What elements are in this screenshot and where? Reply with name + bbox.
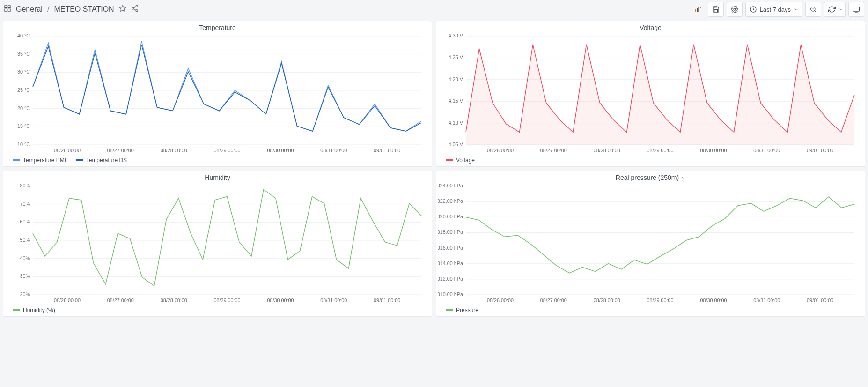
tv-mode-button[interactable] xyxy=(848,2,864,17)
time-range-label: Last 7 days xyxy=(760,6,791,13)
legend-swatch xyxy=(13,159,20,161)
breadcrumb-sep: / xyxy=(47,5,49,14)
panel-title-label: Temperature xyxy=(199,24,236,31)
svg-text:08/28 00:00: 08/28 00:00 xyxy=(161,148,187,153)
legend-voltage: Voltage xyxy=(436,155,865,166)
svg-text:4.30 V: 4.30 V xyxy=(449,33,463,38)
svg-text:09/01 00:00: 09/01 00:00 xyxy=(807,298,833,303)
svg-text:80%: 80% xyxy=(20,183,30,188)
svg-text:08/31 00:00: 08/31 00:00 xyxy=(753,298,780,303)
add-panel-button[interactable]: + xyxy=(690,2,705,17)
svg-text:15 °C: 15 °C xyxy=(17,123,30,129)
svg-text:+: + xyxy=(699,6,701,10)
svg-rect-12 xyxy=(698,7,699,12)
svg-text:30%: 30% xyxy=(20,273,30,279)
svg-line-17 xyxy=(815,11,816,12)
svg-text:20 °C: 20 °C xyxy=(17,105,30,111)
star-icon[interactable] xyxy=(119,5,126,14)
svg-text:08/29 00:00: 08/29 00:00 xyxy=(647,298,674,303)
svg-rect-3 xyxy=(8,9,10,11)
page-title[interactable]: METEO STATION xyxy=(54,5,114,14)
svg-text:35 °C: 35 °C xyxy=(17,51,30,57)
legend-item[interactable]: Temperature DS xyxy=(76,157,127,164)
svg-point-14 xyxy=(734,8,736,10)
legend-item[interactable]: Pressure xyxy=(446,307,478,313)
panel-voltage[interactable]: Voltage 4.05 V4.10 V4.15 V4.20 V4.25 V4.… xyxy=(436,21,865,167)
svg-text:09/01 00:00: 09/01 00:00 xyxy=(374,148,400,153)
breadcrumb: General / METEO STATION xyxy=(4,5,139,14)
panel-pressure[interactable]: Real pressure (250m) 1010.00 hPa1012.00 … xyxy=(436,171,865,317)
svg-text:09/01 00:00: 09/01 00:00 xyxy=(374,298,400,303)
panel-humidity[interactable]: Humidity 20%30%40%50%60%70%80%08/26 00:0… xyxy=(3,171,432,317)
svg-text:08/26 00:00: 08/26 00:00 xyxy=(54,148,81,153)
refresh-button[interactable] xyxy=(824,2,846,17)
svg-text:08/31 00:00: 08/31 00:00 xyxy=(753,148,780,153)
chart-voltage[interactable]: 4.05 V4.10 V4.15 V4.20 V4.25 V4.30 V08/2… xyxy=(436,32,865,155)
svg-text:30 °C: 30 °C xyxy=(17,69,30,74)
dashboard-grid: Temperature 10 °C15 °C20 °C25 °C30 °C35 … xyxy=(0,19,868,320)
svg-text:08/26 00:00: 08/26 00:00 xyxy=(54,298,81,303)
legend-item[interactable]: Voltage xyxy=(446,157,475,164)
legend-swatch xyxy=(446,159,453,161)
svg-text:4.10 V: 4.10 V xyxy=(449,120,463,126)
svg-rect-2 xyxy=(5,9,7,11)
svg-text:08/31 00:00: 08/31 00:00 xyxy=(320,298,347,303)
svg-text:1022.00 hPa: 1022.00 hPa xyxy=(438,198,463,204)
svg-text:1012.00 hPa: 1012.00 hPa xyxy=(438,276,463,282)
svg-text:08/28 00:00: 08/28 00:00 xyxy=(161,298,187,303)
panel-title-label: Voltage xyxy=(640,24,662,31)
svg-text:08/29 00:00: 08/29 00:00 xyxy=(214,298,241,303)
chevron-down-icon[interactable] xyxy=(681,175,685,180)
svg-text:08/27 00:00: 08/27 00:00 xyxy=(107,148,134,153)
svg-text:1020.00 hPa: 1020.00 hPa xyxy=(438,214,463,219)
svg-rect-0 xyxy=(5,6,7,8)
svg-text:08/26 00:00: 08/26 00:00 xyxy=(487,298,514,303)
svg-text:1024.00 hPa: 1024.00 hPa xyxy=(438,183,463,188)
chart-pressure[interactable]: 1010.00 hPa1012.00 hPa1014.00 hPa1016.00… xyxy=(436,182,865,305)
legend-item[interactable]: Temperature BME xyxy=(13,157,68,164)
svg-point-7 xyxy=(136,10,138,12)
panel-temperature[interactable]: Temperature 10 °C15 °C20 °C25 °C30 °C35 … xyxy=(3,21,432,167)
chevron-down-icon xyxy=(839,7,843,12)
zoom-out-button[interactable] xyxy=(805,2,821,17)
dashboard-grid-icon[interactable] xyxy=(4,5,11,14)
svg-text:08/27 00:00: 08/27 00:00 xyxy=(107,298,134,303)
legend-label: Pressure xyxy=(456,307,478,313)
svg-point-5 xyxy=(136,5,138,7)
breadcrumb-root[interactable]: General xyxy=(16,5,43,14)
panel-title-label: Real pressure (250m) xyxy=(616,174,679,181)
legend-item[interactable]: Humidity (%) xyxy=(13,307,55,313)
panel-title-label: Humidity xyxy=(205,174,230,181)
share-icon[interactable] xyxy=(131,5,139,14)
svg-text:1010.00 hPa: 1010.00 hPa xyxy=(438,291,463,297)
legend-temperature: Temperature BME Temperature DS xyxy=(3,155,432,166)
time-picker-button[interactable]: Last 7 days xyxy=(745,2,803,17)
svg-line-8 xyxy=(133,7,136,8)
svg-text:40%: 40% xyxy=(20,255,30,261)
svg-line-9 xyxy=(133,9,136,10)
legend-pressure: Pressure xyxy=(436,305,865,316)
svg-rect-11 xyxy=(697,8,698,12)
toolbar: + Last 7 days xyxy=(690,2,865,17)
legend-label: Temperature BME xyxy=(23,157,68,164)
svg-text:20%: 20% xyxy=(20,291,30,297)
legend-swatch xyxy=(76,159,83,161)
svg-text:08/31 00:00: 08/31 00:00 xyxy=(320,148,347,153)
chart-humidity[interactable]: 20%30%40%50%60%70%80%08/26 00:0008/27 00… xyxy=(3,182,432,305)
legend-swatch xyxy=(446,309,453,311)
svg-text:4.05 V: 4.05 V xyxy=(449,141,463,147)
save-button[interactable] xyxy=(708,2,724,17)
settings-button[interactable] xyxy=(727,2,743,17)
svg-text:70%: 70% xyxy=(20,201,30,207)
svg-text:1018.00 hPa: 1018.00 hPa xyxy=(438,229,463,235)
legend-humidity: Humidity (%) xyxy=(3,305,432,316)
legend-swatch xyxy=(13,309,20,311)
svg-text:4.15 V: 4.15 V xyxy=(449,98,463,104)
svg-text:08/26 00:00: 08/26 00:00 xyxy=(487,148,514,153)
svg-text:08/27 00:00: 08/27 00:00 xyxy=(540,298,567,303)
chevron-down-icon xyxy=(794,7,798,12)
svg-text:08/28 00:00: 08/28 00:00 xyxy=(594,298,620,303)
svg-text:1016.00 hPa: 1016.00 hPa xyxy=(438,245,463,250)
legend-label: Humidity (%) xyxy=(23,307,55,313)
chart-temperature[interactable]: 10 °C15 °C20 °C25 °C30 °C35 °C40 °C08/26… xyxy=(3,32,432,155)
